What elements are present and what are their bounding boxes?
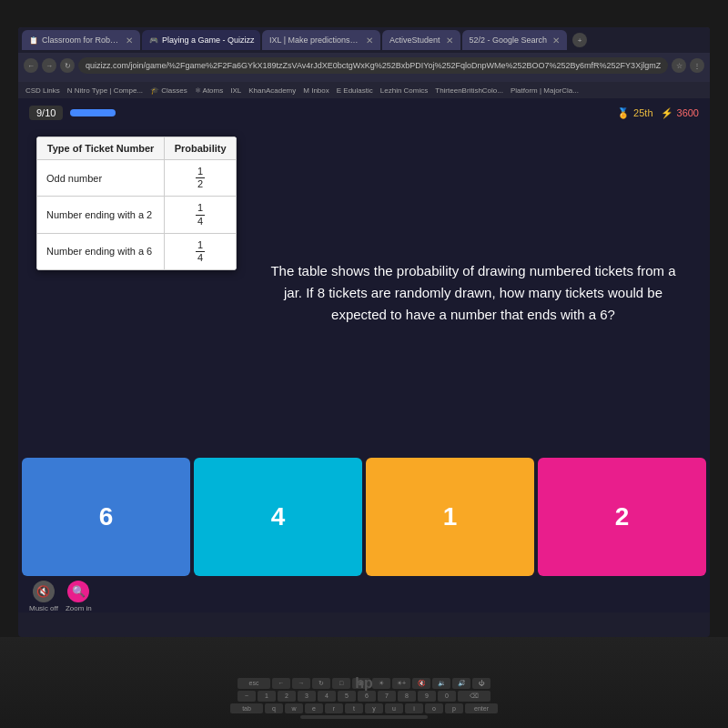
key-1[interactable]: 1 <box>258 691 276 702</box>
new-tab-button[interactable]: + <box>572 33 587 47</box>
bookmark-inbox[interactable]: M Inbox <box>303 86 329 95</box>
key-t[interactable]: t <box>345 703 363 713</box>
keyboard-row-4 <box>300 715 428 719</box>
bookmark-classes[interactable]: 🎓 Classes <box>150 86 187 95</box>
key-5[interactable]: 5 <box>338 691 356 702</box>
row3-type: Number ending with a 6 <box>37 233 165 269</box>
bookmark-csd[interactable]: CSD Links <box>25 86 60 95</box>
key-o[interactable]: o <box>425 703 443 713</box>
zoom-in-button[interactable]: 🔍 Zoom in <box>66 581 92 612</box>
answer-btn-4[interactable]: 4 <box>194 458 362 576</box>
col1-header: Type of Ticket Number <box>37 137 165 160</box>
key-u[interactable]: u <box>385 703 403 713</box>
key-0[interactable]: 0 <box>438 691 456 702</box>
tab-close-active[interactable]: ✕ <box>446 35 453 46</box>
key-w[interactable]: w <box>285 703 303 713</box>
bookmark-edulastic[interactable]: E Edulastic <box>337 86 373 95</box>
key-6[interactable]: 6 <box>358 691 376 702</box>
key-3[interactable]: 3 <box>298 691 316 702</box>
music-off-button[interactable]: 🔇 Music off <box>29 581 58 612</box>
tab-close-ixl[interactable]: ✕ <box>366 35 373 46</box>
col2-header: Probability <box>165 137 237 160</box>
top-bar: 9/10 🏅 25th ⚡ 3600 <box>18 98 710 127</box>
menu-button[interactable]: ⋮ <box>690 58 704 73</box>
key-f9[interactable]: 🔉 <box>432 678 450 689</box>
key-tab[interactable]: tab <box>230 703 263 713</box>
tab-close-classroom[interactable]: ✕ <box>126 35 133 46</box>
key-f6[interactable]: ☀ <box>372 678 390 689</box>
key-pwr[interactable]: ⏻ <box>472 678 490 689</box>
row1-type: Odd number <box>37 160 165 197</box>
music-label: Music off <box>29 604 58 612</box>
key-tilde[interactable]: ~ <box>238 691 256 702</box>
key-7[interactable]: 7 <box>378 691 396 702</box>
key-9[interactable]: 9 <box>418 691 436 702</box>
bookmark-button[interactable]: ☆ <box>672 58 686 73</box>
fraction-1-4-b: 1 4 <box>196 239 205 264</box>
key-back[interactable]: ← <box>272 678 290 689</box>
tab-quizizz[interactable]: 🎮 Playing a Game - Quizizz ✕ <box>142 30 260 50</box>
answer-btn-2[interactable]: 2 <box>538 458 706 576</box>
bookmark-ixl[interactable]: IXL <box>230 86 241 95</box>
tab-close-google[interactable]: ✕ <box>552 35 560 46</box>
bookmark-thirteen[interactable]: ThirteenBritishColo... <box>435 86 503 95</box>
key-f4[interactable]: □ <box>332 678 350 689</box>
key-p[interactable]: p <box>445 703 463 713</box>
music-icon: 🔇 <box>33 581 55 602</box>
key-8[interactable]: 8 <box>398 691 416 702</box>
bookmark-lezhin[interactable]: Lezhin Comics <box>380 86 428 95</box>
zoom-icon: 🔍 <box>67 581 89 602</box>
game-area: 9/10 🏅 25th ⚡ 3600 <box>18 98 710 612</box>
tab-active-student[interactable]: ActiveStudent ✕ <box>382 30 460 50</box>
keyboard-row-3: tab q w e r t y u i o p enter <box>230 703 498 713</box>
tab-ixl[interactable]: IXL | Make predictions using e... ✕ <box>262 30 380 50</box>
question-text: The table shows the probability of drawi… <box>255 136 692 449</box>
answer-value-6: 6 <box>99 502 114 531</box>
tab-classroom[interactable]: 📋 Classroom for Roberts Math B... ✕ <box>22 30 140 50</box>
address-bar-row: ← → ↻ ☆ ⋮ <box>18 53 710 78</box>
tab-google[interactable]: 52/2 - Google Search ✕ <box>462 30 568 50</box>
bookmark-atoms[interactable]: ⚛ Atoms <box>195 86 223 95</box>
keyboard-row-2: ~ 1 2 3 4 5 6 7 8 9 0 ⌫ <box>238 691 490 702</box>
keyboard-area: hp esc ← → ↻ □ ⊞ ☀ ☀+ 🔇 🔉 🔊 ⏻ ~ 1 2 3 4 … <box>0 637 728 728</box>
score-badge: ⚡ 3600 <box>661 107 699 119</box>
row2-prob: 1 4 <box>165 197 237 233</box>
key-enter[interactable]: enter <box>465 703 498 713</box>
key-q[interactable]: q <box>265 703 283 713</box>
key-esc[interactable]: esc <box>238 678 270 689</box>
key-r[interactable]: r <box>325 703 343 713</box>
address-input[interactable] <box>78 57 668 74</box>
bookmark-platform[interactable]: Platform | MajorCla... <box>511 86 579 95</box>
table-row-odd: Odd number 1 2 <box>37 160 237 197</box>
key-fwd[interactable]: → <box>292 678 310 689</box>
answer-btn-1[interactable]: 1 <box>366 458 534 576</box>
tab-bar: 📋 Classroom for Roberts Math B... ✕ 🎮 Pl… <box>18 27 710 53</box>
row3-prob: 1 4 <box>165 233 237 269</box>
key-2[interactable]: 2 <box>278 691 296 702</box>
bookmark-khan[interactable]: KhanAcademy <box>248 86 296 95</box>
key-4[interactable]: 4 <box>318 691 336 702</box>
key-f7[interactable]: ☀+ <box>392 678 410 689</box>
key-e[interactable]: e <box>305 703 323 713</box>
key-space[interactable] <box>300 715 428 719</box>
bookmarks-bar: CSD Links N Nitro Type | Compe... 🎓 Clas… <box>18 82 710 98</box>
key-refresh[interactable]: ↻ <box>312 678 330 689</box>
key-backspace[interactable]: ⌫ <box>458 691 490 702</box>
answer-btn-6[interactable]: 6 <box>22 458 190 576</box>
key-i[interactable]: i <box>405 703 423 713</box>
score-icon: ⚡ <box>661 107 673 119</box>
forward-button[interactable]: → <box>42 58 56 73</box>
answer-value-4: 4 <box>271 502 286 531</box>
back-button[interactable]: ← <box>24 58 38 73</box>
timer-bar <box>70 109 116 116</box>
score-value: 3600 <box>677 107 699 118</box>
key-f8[interactable]: 🔇 <box>412 678 430 689</box>
key-y[interactable]: y <box>365 703 383 713</box>
zoom-label: Zoom in <box>66 604 92 612</box>
reload-button[interactable]: ↻ <box>60 58 75 73</box>
row2-type: Number ending with a 2 <box>37 197 165 233</box>
bookmark-nitro[interactable]: N Nitro Type | Compe... <box>67 86 143 95</box>
fraction-1-4-a: 1 4 <box>196 202 205 227</box>
screen: 📋 Classroom for Roberts Math B... ✕ 🎮 Pl… <box>18 27 710 637</box>
key-f10[interactable]: 🔊 <box>452 678 470 689</box>
